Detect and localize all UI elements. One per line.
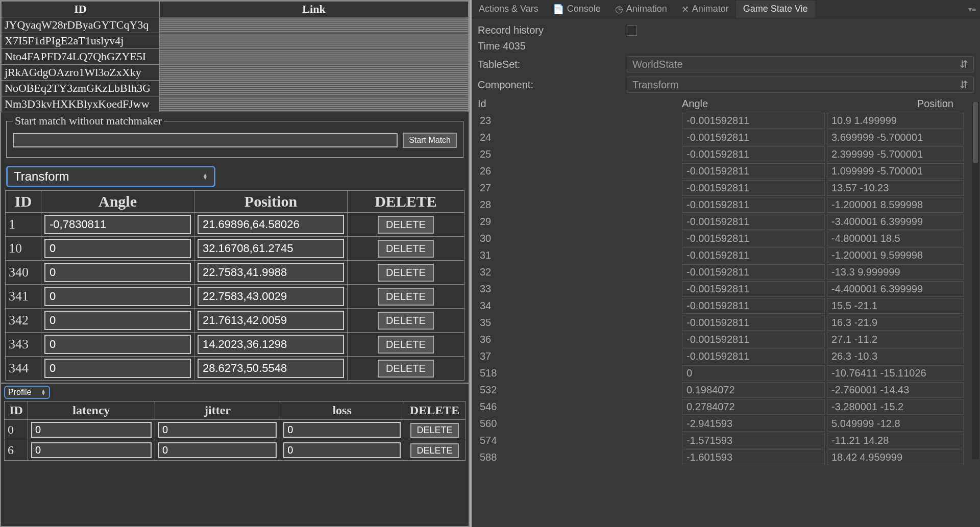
tableset-dropdown[interactable]: WorldState ⇵: [627, 56, 974, 72]
delete-button[interactable]: DELETE: [378, 264, 434, 282]
record-history-checkbox[interactable]: [627, 26, 637, 36]
table-row: 344 DELETE: [6, 357, 464, 381]
gs-angle[interactable]: -0.001592811: [682, 298, 825, 314]
angle-input[interactable]: [44, 239, 191, 258]
position-input[interactable]: [198, 335, 344, 354]
gs-position[interactable]: 5.049999 -12.8: [827, 416, 964, 432]
tab-animator[interactable]: ⤧Animator: [674, 1, 736, 18]
delete-button[interactable]: DELETE: [378, 336, 434, 354]
gs-position[interactable]: -2.760001 -14.43: [827, 382, 964, 398]
angle-input[interactable]: [44, 215, 191, 234]
gs-position[interactable]: -1.200001 9.599998: [827, 247, 964, 263]
delete-button[interactable]: DELETE: [410, 443, 458, 458]
gs-angle[interactable]: -1.571593: [682, 433, 825, 448]
angle-input[interactable]: [44, 287, 191, 306]
gs-header-position: Position: [825, 98, 974, 110]
scrollbar-thumb[interactable]: [973, 102, 978, 163]
link-value[interactable]: [160, 49, 469, 65]
gs-angle[interactable]: 0.1984072: [682, 382, 825, 398]
position-input[interactable]: [198, 359, 344, 378]
link-value[interactable]: [160, 17, 469, 33]
gs-angle[interactable]: -0.001592811: [682, 315, 825, 331]
position-input[interactable]: [198, 263, 344, 282]
gs-angle[interactable]: -0.001592811: [682, 130, 825, 145]
delete-button[interactable]: DELETE: [410, 423, 458, 438]
link-value[interactable]: [160, 96, 469, 112]
loss-input[interactable]: [283, 442, 401, 458]
gs-position[interactable]: -3.280001 -15.2: [827, 399, 964, 415]
gs-position[interactable]: 10.9 1.499999: [827, 113, 964, 129]
delete-button[interactable]: DELETE: [378, 216, 434, 234]
gs-position[interactable]: -1.200001 8.599998: [827, 197, 964, 213]
gamestate-row: 29 -0.001592811 -3.400001 6.399999: [478, 214, 974, 230]
gs-position[interactable]: 15.5 -21.1: [827, 298, 964, 314]
loss-input[interactable]: [283, 422, 401, 438]
tab-console[interactable]: 📄Console: [546, 1, 608, 18]
gs-angle[interactable]: -0.001592811: [682, 281, 825, 297]
gs-position[interactable]: -3.400001 6.399999: [827, 214, 964, 230]
start-match-button[interactable]: Start Match: [403, 133, 457, 148]
delete-button[interactable]: DELETE: [378, 288, 434, 306]
gs-angle[interactable]: 0.2784072: [682, 399, 825, 415]
gs-angle[interactable]: -0.001592811: [682, 264, 825, 280]
link-value[interactable]: [160, 33, 469, 49]
position-input[interactable]: [198, 215, 344, 234]
link-value[interactable]: [160, 65, 469, 81]
gs-angle[interactable]: -0.001592811: [682, 214, 825, 230]
tab-menu-icon[interactable]: ▾≡: [964, 5, 980, 13]
component-select[interactable]: Transform ▲▼: [6, 166, 215, 187]
tab-actions-vars[interactable]: Actions & Vars: [472, 1, 546, 18]
gamestate-row: 30 -0.001592811 -4.800001 18.5: [478, 231, 974, 246]
tab-animation[interactable]: ◷Animation: [608, 1, 674, 18]
link-value[interactable]: [160, 81, 469, 96]
gs-angle[interactable]: -0.001592811: [682, 348, 825, 364]
gs-position[interactable]: -4.400001 6.399999: [827, 281, 964, 297]
position-input[interactable]: [198, 239, 344, 258]
gs-angle[interactable]: -0.001592811: [682, 163, 825, 179]
angle-input[interactable]: [44, 335, 191, 354]
delete-button[interactable]: DELETE: [378, 240, 434, 258]
gs-angle[interactable]: -0.001592811: [682, 146, 825, 162]
profile-select[interactable]: Profile ▲▼: [4, 386, 50, 399]
delete-button[interactable]: DELETE: [378, 360, 434, 378]
gs-position[interactable]: 3.699999 -5.700001: [827, 130, 964, 145]
gs-angle[interactable]: -0.001592811: [682, 113, 825, 129]
gs-position[interactable]: 27.1 -11.2: [827, 332, 964, 347]
delete-button[interactable]: DELETE: [378, 312, 434, 330]
jitter-input[interactable]: [158, 422, 277, 438]
gs-position[interactable]: 16.3 -21.9: [827, 315, 964, 331]
gs-angle[interactable]: -0.001592811: [682, 247, 825, 263]
chevron-updown-icon: ⇵: [960, 58, 968, 70]
gs-angle[interactable]: -0.001592811: [682, 231, 825, 246]
gs-angle[interactable]: -0.001592811: [682, 180, 825, 196]
gs-angle[interactable]: -2.941593: [682, 416, 825, 432]
gs-angle[interactable]: -0.001592811: [682, 197, 825, 213]
latency-input[interactable]: [31, 422, 152, 438]
latency-input[interactable]: [31, 442, 152, 458]
jitter-input[interactable]: [158, 442, 277, 458]
tab-game-state-vie[interactable]: Game State Vie: [736, 1, 815, 18]
component-dropdown[interactable]: Transform ⇵: [627, 77, 974, 93]
gs-position[interactable]: -11.21 14.28: [827, 433, 964, 448]
row-id: 0: [5, 420, 28, 440]
angle-input[interactable]: [44, 263, 191, 282]
gs-position[interactable]: 1.099999 -5.700001: [827, 163, 964, 179]
position-input[interactable]: [198, 287, 344, 306]
gs-position[interactable]: -13.3 9.999999: [827, 264, 964, 280]
gs-angle[interactable]: -0.001592811: [682, 332, 825, 347]
gs-position[interactable]: 26.3 -10.3: [827, 348, 964, 364]
gs-position[interactable]: 13.57 -10.23: [827, 180, 964, 196]
scrollbar[interactable]: [972, 102, 979, 459]
angle-input[interactable]: [44, 359, 191, 378]
row-id: 342: [6, 309, 41, 333]
gs-position[interactable]: -4.800001 18.5: [827, 231, 964, 246]
start-match-input[interactable]: [13, 133, 398, 147]
gs-angle[interactable]: -1.601593: [682, 449, 825, 465]
gs-angle[interactable]: 0: [682, 365, 825, 381]
angle-input[interactable]: [44, 311, 191, 330]
gamestate-row: 31 -0.001592811 -1.200001 9.599998: [478, 247, 974, 263]
position-input[interactable]: [198, 311, 344, 330]
gs-position[interactable]: 2.399999 -5.700001: [827, 146, 964, 162]
gs-position[interactable]: -10.76411 -15.11026: [827, 365, 964, 381]
gs-position[interactable]: 18.42 4.959999: [827, 449, 964, 465]
